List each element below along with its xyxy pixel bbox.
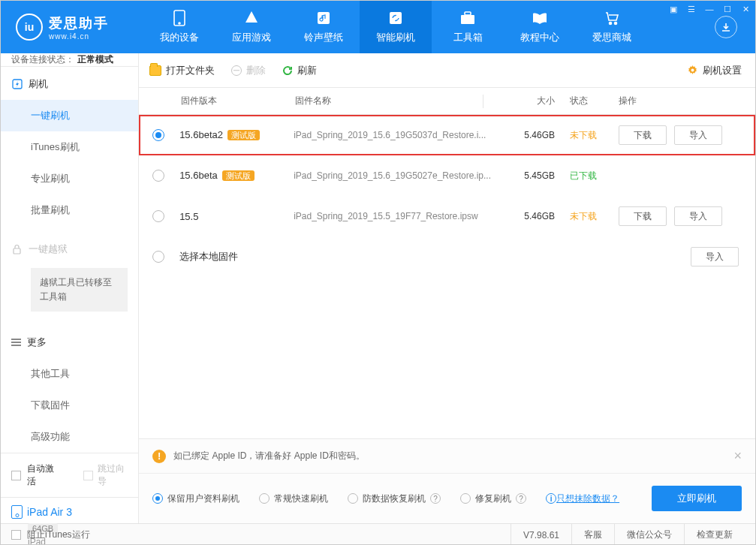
firmware-row[interactable]: 15.5iPad_Spring_2019_15.5_19F77_Restore.… — [139, 196, 755, 236]
sidebar-item-download-firmware[interactable]: 下载固件 — [1, 390, 138, 421]
toolbar-settings[interactable]: 刷机设置 — [687, 64, 742, 77]
radio-icon — [152, 493, 163, 504]
version-label: V7.98.61 — [511, 524, 571, 545]
version-cell: 15.6beta测试版 — [179, 170, 294, 182]
svg-point-1 — [179, 23, 180, 24]
window-maximize-icon[interactable]: ☐ — [722, 4, 733, 14]
version-cell: 15.6beta2测试版 — [179, 129, 294, 141]
erase-data-link[interactable]: 只想抹除数据？ — [556, 492, 619, 505]
window-apps-icon[interactable]: ▣ — [668, 4, 679, 14]
download-button[interactable]: 下载 — [619, 125, 667, 145]
import-button[interactable]: 导入 — [691, 247, 739, 266]
svg-point-7 — [615, 23, 617, 25]
window-controls: ▣ ☰ — ☐ ✕ — [668, 4, 751, 14]
nav-label: 教程中心 — [520, 31, 559, 44]
sidebar-section-flash[interactable]: 刷机 — [1, 67, 138, 100]
check-update-link[interactable]: 检查更新 — [684, 524, 745, 545]
version-cell: 15.5 — [179, 211, 294, 222]
window-menu-icon[interactable]: ☰ — [686, 4, 697, 14]
list-header: 固件版本 固件名称 大小 状态 操作 — [139, 88, 755, 115]
nav-tutorials[interactable]: 教程中心 — [504, 1, 576, 53]
auto-activate-checkbox[interactable] — [11, 471, 21, 480]
sidebar: 设备连接状态：正常模式 刷机 一键刷机 iTunes刷机 专业刷机 批量刷机 一… — [1, 53, 139, 523]
firmware-row[interactable]: 15.6beta2测试版iPad_Spring_2019_15.6_19G503… — [139, 115, 755, 155]
nav-my-device[interactable]: 我的设备 — [143, 1, 215, 53]
notice-text: 如已绑定 Apple ID，请准备好 Apple ID和密码。 — [173, 450, 365, 462]
help-icon[interactable]: ? — [430, 493, 441, 504]
nav-ringtones[interactable]: 铃声壁纸 — [288, 1, 360, 53]
firmware-list: 15.6beta2测试版iPad_Spring_2019_15.6_19G503… — [139, 115, 755, 277]
radio-select[interactable] — [152, 129, 164, 141]
lock-icon — [11, 244, 23, 255]
ops-cell: 导入 — [619, 247, 739, 266]
sidebar-item-pro-flash[interactable]: 专业刷机 — [1, 163, 138, 194]
sidebar-section-more[interactable]: 更多 — [1, 325, 138, 358]
toolbar: 打开文件夹 删除 刷新 刷机设置 — [139, 53, 755, 88]
mode-keep-data[interactable]: 保留用户资料刷机 — [152, 492, 239, 505]
skip-guide-checkbox[interactable] — [83, 471, 93, 480]
lower-panel: ! 如已绑定 Apple ID，请准备好 Apple ID和密码。 × 保留用户… — [139, 438, 755, 523]
download-button[interactable]: 下载 — [619, 206, 667, 226]
top-nav: 我的设备 应用游戏 铃声壁纸 智能刷机 工具箱 教程中心 爱思商城 — [143, 1, 715, 53]
media-icon — [315, 10, 332, 26]
notice-close-icon[interactable]: × — [733, 448, 742, 464]
main: 打开文件夹 删除 刷新 刷机设置 固件版本 固件名称 大小 状态 操作 — [139, 53, 755, 523]
book-icon — [532, 10, 548, 26]
toolbar-open-folder[interactable]: 打开文件夹 — [149, 64, 215, 77]
connection-status: 设备连接状态：正常模式 — [1, 53, 138, 67]
firmware-row[interactable]: 15.6beta测试版iPad_Spring_2019_15.6_19G5027… — [139, 155, 755, 196]
flash-icon — [387, 10, 404, 26]
sidebar-item-other-tools[interactable]: 其他工具 — [1, 358, 138, 390]
size-cell: 5.45GB — [491, 170, 555, 181]
download-manager-icon[interactable] — [715, 16, 737, 38]
sidebar-item-itunes-flash[interactable]: iTunes刷机 — [1, 131, 138, 163]
size-cell: 5.46GB — [491, 211, 555, 221]
block-itunes-option[interactable]: 阻止iTunes运行 — [11, 528, 90, 541]
sidebar-item-batch-flash[interactable]: 批量刷机 — [1, 194, 138, 226]
folder-icon — [149, 65, 161, 76]
svg-rect-2 — [318, 12, 330, 24]
filename-cell: iPad_Spring_2019_15.6_19G5027e_Restore.i… — [294, 170, 491, 181]
svg-rect-9 — [14, 248, 20, 254]
nav-toolbox[interactable]: 工具箱 — [432, 1, 504, 53]
nav-label: 工具箱 — [453, 31, 483, 44]
import-button[interactable]: 导入 — [674, 206, 722, 226]
status-cell: 未下载 — [555, 210, 619, 223]
sidebar-options-row: 自动激活 跳过向导 — [1, 453, 138, 497]
window-minimize-icon[interactable]: — — [704, 4, 715, 14]
support-link[interactable]: 客服 — [571, 524, 614, 545]
radio-select[interactable] — [152, 251, 164, 263]
sidebar-item-advanced[interactable]: 高级功能 — [1, 421, 138, 453]
delete-icon — [231, 65, 242, 76]
status-cell: 已下载 — [555, 170, 619, 182]
nav-apps[interactable]: 应用游戏 — [215, 1, 288, 53]
mode-repair[interactable]: 修复刷机 ? — [460, 492, 526, 505]
sidebar-section-jailbreak[interactable]: 一键越狱 — [1, 232, 138, 265]
erase-link-group: i 只想抹除数据？ — [546, 492, 619, 505]
radio-icon — [460, 493, 471, 504]
flash-now-button[interactable]: 立即刷机 — [652, 486, 742, 511]
firmware-row[interactable]: 选择本地固件导入 — [139, 236, 755, 277]
import-button[interactable]: 导入 — [674, 125, 722, 145]
window-close-icon[interactable]: ✕ — [740, 4, 751, 14]
mode-normal[interactable]: 常规快速刷机 — [259, 492, 328, 505]
wechat-link[interactable]: 微信公众号 — [614, 524, 684, 545]
sidebar-item-oneclick-flash[interactable]: 一键刷机 — [1, 100, 138, 131]
radio-select[interactable] — [152, 170, 164, 182]
help-icon[interactable]: ? — [516, 493, 526, 504]
radio-select[interactable] — [152, 210, 164, 222]
sidebar-jailbreak-note[interactable]: 越狱工具已转移至工具箱 — [31, 268, 128, 312]
svg-point-6 — [610, 23, 612, 25]
status-cell: 未下载 — [555, 129, 619, 142]
logo-icon: iu — [16, 14, 43, 41]
nav-store[interactable]: 爱思商城 — [576, 1, 648, 53]
flash-section-icon — [11, 79, 23, 90]
nav-label: 爱思商城 — [592, 31, 631, 44]
checkbox[interactable] — [11, 530, 21, 540]
toolbar-refresh[interactable]: 刷新 — [282, 64, 317, 77]
toolbar-delete[interactable]: 删除 — [231, 64, 266, 77]
warning-icon: ! — [152, 450, 166, 463]
phone-icon — [171, 10, 188, 26]
mode-anti-recovery[interactable]: 防数据恢复刷机 ? — [348, 492, 441, 505]
nav-flash[interactable]: 智能刷机 — [360, 1, 432, 53]
